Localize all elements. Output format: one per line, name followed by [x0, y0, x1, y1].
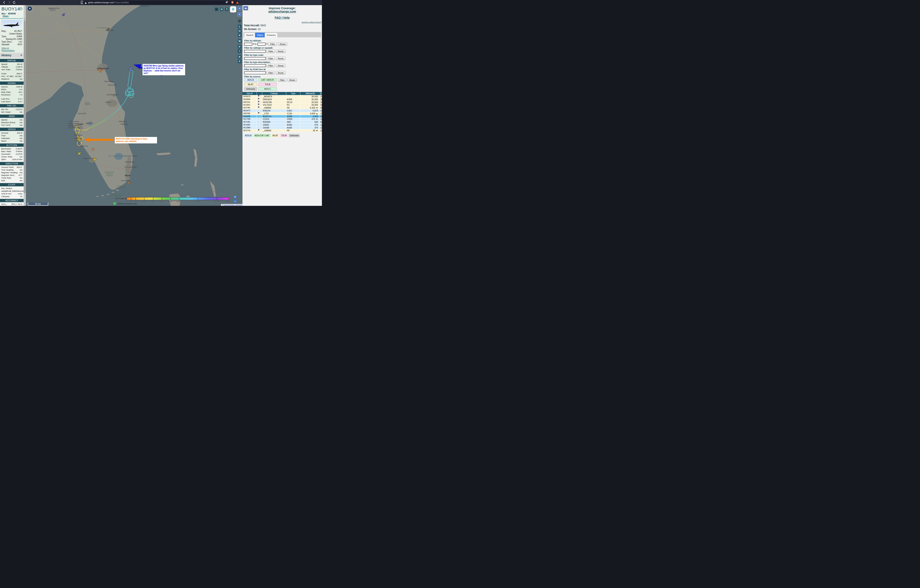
typedesc-input[interactable]	[244, 64, 266, 67]
source-adsc-toggle[interactable]: ADS-C	[258, 87, 277, 91]
forward-icon[interactable]	[7, 1, 11, 4]
aircraft-row[interactable]: AE51B1 R20365 H60 500 82	[243, 121, 322, 123]
back-icon[interactable]	[2, 1, 6, 4]
map-button-o[interactable]: O	[238, 29, 241, 33]
map-button-h[interactable]: H	[220, 8, 224, 11]
aircraft-info-rows: Reg.: 62-3517 United States Type: K35R B…	[0, 29, 24, 46]
aircraft-row[interactable]: AE068D BUOY14 K35R 4,400 262	[243, 115, 322, 118]
source-uat-toggle[interactable]: UAT / ADS-R	[258, 78, 277, 82]
aircraft-row[interactable]: AE2708 C2310 CN35 675 ▼ 103	[243, 118, 322, 121]
callsign-input[interactable]	[244, 50, 266, 53]
scroll-up-icon[interactable]: ▲	[24, 18, 26, 20]
typecode-input[interactable]	[244, 57, 266, 60]
map-canvas[interactable]: Warner RobinsCharlestonFort StewartSavan…	[26, 5, 243, 206]
reset-button[interactable]: Reset	[278, 42, 287, 46]
share-link[interactable]: Share	[3, 15, 9, 17]
aircraft-row[interactable]: AE26B1 C6591 AS65 475 121	[243, 124, 322, 126]
aircraft-row[interactable]: AE1D61 VVLT623 P3 20,000 258	[243, 103, 322, 106]
filter-button[interactable]: Filter	[267, 71, 275, 74]
map-follow-button[interactable]: +	[28, 6, 32, 11]
aircraft-row[interactable]: AE26B0 C6590 AS65 375 110	[243, 126, 322, 129]
warning-triangle-icon[interactable]	[236, 1, 239, 4]
filter-button[interactable]: Filter	[267, 57, 275, 60]
map-button-r[interactable]: R	[238, 55, 241, 59]
col-flag[interactable]	[257, 92, 262, 95]
map-city-label: Jacksonville	[97, 67, 109, 69]
aircraft-row[interactable]: AE0696 DREW34 K35R 26,000 367	[243, 98, 322, 101]
zoom-in-button[interactable]: +	[233, 195, 237, 199]
aircraft-row[interactable]: ADFEAC HOIST80 DC10 25,025 336	[243, 101, 322, 103]
aircraft-row[interactable]: AE57BC _168856 P8 6,325 ▼ 305	[243, 107, 322, 109]
legend-chip[interactable]: ADS-B	[244, 134, 253, 137]
us-flag-icon	[258, 115, 261, 118]
col-type[interactable]: Type	[286, 92, 300, 95]
osm-attribution[interactable]: © OpenStreetMap contributors	[221, 204, 243, 206]
reset-button[interactable]: Reset	[276, 50, 285, 53]
legend-chip[interactable]: Unknown	[289, 134, 300, 137]
map-scale-bar: 50 nm	[28, 203, 48, 206]
map-city-label: St. Petersburg	[69, 127, 80, 129]
map-button-i[interactable]: I	[238, 49, 241, 53]
filter-button[interactable]: Filter	[267, 50, 275, 53]
planespotters-link[interactable]: View on Planespotters	[0, 46, 24, 53]
history-header[interactable]: History +	[0, 53, 24, 58]
source-tisb-toggle[interactable]: TIS-B	[258, 83, 277, 86]
github-link[interactable]: tar1090 on github (210127)	[243, 21, 322, 23]
map-button-u[interactable]: U	[215, 8, 218, 11]
aircraft-row[interactable]: AE66C9 _AE66C9 30,000 373	[243, 95, 322, 98]
zoom-out-button[interactable]: −	[233, 199, 237, 203]
reset-button[interactable]: Reset	[287, 78, 297, 82]
tab-filters[interactable]: Filters	[255, 32, 265, 37]
us-flag-icon	[258, 124, 261, 126]
url-bar[interactable]: globe.adsbexchange.com/?icao=ae068d	[83, 1, 239, 5]
col-callsign[interactable]: Callsign	[262, 92, 286, 95]
altitude-max-input[interactable]	[258, 43, 266, 45]
layers-button[interactable]	[230, 6, 236, 12]
map-button-k[interactable]: K	[238, 34, 241, 37]
reset-button[interactable]: Reset	[276, 71, 285, 74]
aircraft-row[interactable]: ADFE0E _1702 C130 4,600 ▲ 199	[243, 112, 322, 115]
faq-help-link[interactable]: FAQ / Help	[243, 16, 322, 19]
map-button-m[interactable]: M	[238, 39, 241, 43]
source-mlat-toggle[interactable]: MLAT	[244, 83, 257, 86]
altitude-min-input[interactable]	[244, 43, 252, 45]
reset-button[interactable]: Reset	[276, 64, 285, 67]
filter-button[interactable]: Filter	[267, 64, 275, 67]
panel-collapse-button[interactable]: <	[237, 12, 241, 16]
stat-row: Speed:262 kt	[0, 63, 24, 65]
reset-button[interactable]: Reset	[276, 57, 285, 60]
col-altitude[interactable]: Altitude(ft)	[300, 92, 320, 95]
tab-columns[interactable]: Columns	[265, 32, 278, 37]
legend-chip[interactable]: ADS-C/R / UAT	[254, 134, 270, 137]
expand-plus-icon[interactable]: +	[20, 53, 22, 57]
legend-chip[interactable]: MLAT	[271, 134, 279, 137]
tab-search[interactable]: Search	[244, 32, 256, 37]
settings-gear-icon[interactable]: ⚙	[238, 19, 241, 23]
sidebar-toggle-button[interactable]: ◀▶	[243, 6, 248, 10]
map-button-p[interactable]: P	[238, 45, 241, 48]
col-hexid[interactable]: Hex id	[243, 92, 257, 95]
icao-input[interactable]	[244, 71, 266, 74]
brave-shield-icon[interactable]	[231, 1, 234, 4]
aircraft-row[interactable]: AE6475 KING44 C30J 5,875 198	[243, 109, 322, 112]
aircraft-photo[interactable]	[2, 20, 22, 29]
map-button-f[interactable]: F	[238, 60, 241, 63]
map-button-t[interactable]: T	[225, 8, 228, 11]
aircraft-icon[interactable]	[76, 151, 82, 157]
filter-button[interactable]: Filter	[278, 78, 287, 82]
source-adsb-toggle[interactable]: ADS-B	[244, 78, 257, 82]
source-unknown-toggle[interactable]: Unknown	[244, 87, 257, 91]
aircraft-row[interactable]: AE57C0 _168860 P8 50 ▼ 131	[243, 129, 322, 132]
extension-icon[interactable]	[225, 1, 228, 4]
filter-button[interactable]: Filter	[268, 42, 277, 46]
adsbexchange-link[interactable]: adsbexchange.com	[243, 10, 322, 13]
sidebar-scrollbar[interactable]: ▲	[24, 5, 26, 206]
close-icon[interactable]	[19, 7, 23, 10]
scrollbar-thumb[interactable]	[24, 20, 26, 193]
col-speed[interactable]: Spd(kt)	[320, 92, 322, 95]
map-button-l[interactable]: L	[238, 25, 241, 28]
reload-icon[interactable]	[12, 1, 16, 4]
panel-expand-button[interactable]: >	[237, 6, 241, 10]
legend-chip[interactable]: TIS-B	[280, 134, 288, 137]
stat-row: Category:A5	[0, 195, 24, 198]
